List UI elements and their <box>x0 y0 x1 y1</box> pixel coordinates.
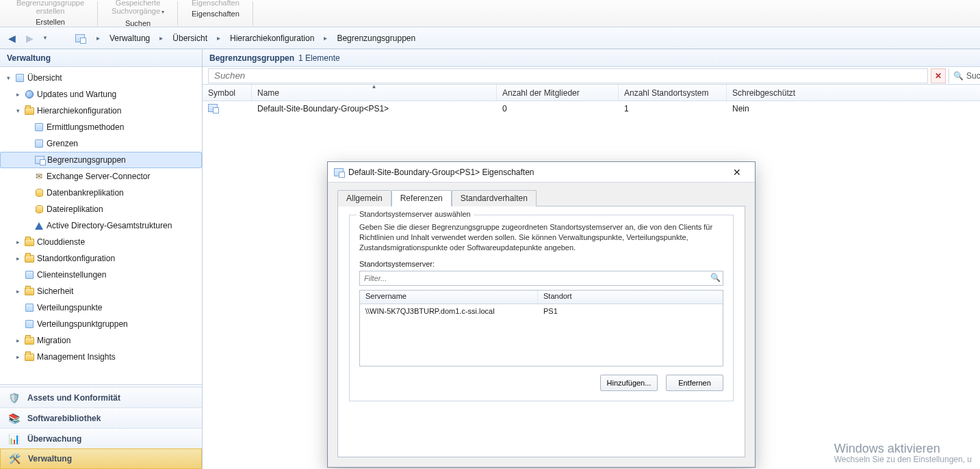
tree-label: Updates und Wartung <box>37 90 116 99</box>
ribbon-create-top: Begrenzungsgruppe erstellen <box>16 0 84 15</box>
chevron-right-icon: ▸ <box>214 34 223 42</box>
crumb-uebersicht[interactable]: Übersicht <box>168 31 211 46</box>
nav-forward-button[interactable]: ▶ <box>22 31 37 46</box>
navigation-pane: Verwaltung ▾Übersicht ▸Updates und Wartu… <box>0 49 203 469</box>
ribbon-group-properties[interactable]: Eigenschaften Eigenschaften <box>178 0 253 27</box>
nav-pane-title: Verwaltung <box>0 49 202 67</box>
col-symbol[interactable]: Symbol <box>203 85 252 100</box>
server-filter-input[interactable] <box>359 271 723 286</box>
tree-sicherheit[interactable]: ▸Sicherheit <box>0 283 202 299</box>
tree-label: Datenbankreplikation <box>47 188 124 198</box>
servers-label: Standortsystemserver: <box>359 260 723 268</box>
workspace-monitoring[interactable]: 📊Überwachung <box>0 428 202 448</box>
col-members[interactable]: Anzahl der Mitglieder <box>497 85 619 100</box>
nav-tree[interactable]: ▾Übersicht ▸Updates und Wartung ▾Hierarc… <box>0 67 202 384</box>
tree-label: Standortkonfiguration <box>37 254 115 263</box>
watermark-subtitle: Wechseln Sie zu den Einstellungen, u <box>834 454 972 465</box>
tree-verteilungspunkte[interactable]: Verteilungspunkte <box>0 299 202 316</box>
tree-standortkonfig[interactable]: ▸Standortkonfiguration <box>0 250 202 267</box>
sort-asc-icon: ▲ <box>372 83 377 90</box>
list-search-input[interactable] <box>208 68 928 83</box>
srv-col-server[interactable]: Servername <box>360 291 538 304</box>
workspace-administration[interactable]: 🛠️Verwaltung <box>0 448 202 469</box>
activation-watermark: Windows aktivieren Wechseln Sie zu den E… <box>834 443 972 465</box>
clear-search-button[interactable]: ✕ <box>931 68 946 83</box>
srv-col-site[interactable]: Standort <box>538 291 723 304</box>
col-name[interactable]: Name▲ <box>252 85 497 100</box>
ribbon-group-search[interactable]: Gespeicherte Suchvorgänge▾ Suchen <box>98 0 178 27</box>
ribbon-group-create[interactable]: Begrenzungsgruppe erstellen Erstellen <box>3 0 98 27</box>
nav-back-button[interactable]: ◀ <box>4 31 19 46</box>
tab-general[interactable]: Allgemein <box>337 190 391 206</box>
ws-label: Assets und Konformität <box>27 393 120 403</box>
tree-ermittlung[interactable]: Ermittlungsmethoden <box>0 119 202 135</box>
crumb-begrenzung[interactable]: Begrenzungsgruppen <box>333 31 420 46</box>
properties-dialog: Default-Site-Boundary-Group<PS1> Eigensc… <box>327 161 756 468</box>
ws-label: Überwachung <box>27 434 81 444</box>
tree-begrenzungsgruppen[interactable]: Begrenzungsgruppen <box>0 152 202 168</box>
list-row[interactable]: Default-Site-Boundary-Group<PS1> 0 1 Nei… <box>203 101 980 116</box>
ribbon-search-top: Gespeicherte Suchvorgänge▾ <box>112 0 164 16</box>
breadcrumb-root-icon[interactable] <box>70 31 90 46</box>
dialog-title: Default-Site-Boundary-Group<PS1> Eigensc… <box>348 168 719 177</box>
tree-label: Management Insights <box>37 352 116 362</box>
remove-server-button[interactable]: Entfernen <box>666 375 723 391</box>
tree-uebersicht[interactable]: ▾Übersicht <box>0 70 202 86</box>
tree-label: Begrenzungsgruppen <box>47 155 126 165</box>
list-columns-header: Symbol Name▲ Anzahl der Mitglieder Anzah… <box>203 85 980 101</box>
ribbon-prop-top: Eigenschaften <box>192 0 240 7</box>
col-readonly[interactable]: Schreibgeschützt <box>727 85 980 100</box>
list-heading-title: Begrenzungsgruppen <box>209 53 294 63</box>
servers-table-row[interactable]: \\WIN-5K7QJ3BTURP.dom1.c-ssi.local PS1 <box>360 304 723 318</box>
workspace-assets[interactable]: 🛡️Assets und Konformität <box>0 387 202 407</box>
dialog-icon <box>333 167 344 178</box>
search-button[interactable]: 🔍Suc <box>949 68 980 83</box>
tree-hierarchie[interactable]: ▾Hierarchiekonfiguration <box>0 103 202 119</box>
dialog-titlebar[interactable]: Default-Site-Boundary-Group<PS1> Eigensc… <box>328 162 755 183</box>
tree-verteilungspunktgruppen[interactable]: Verteilungspunktgruppen <box>0 316 202 332</box>
tab-page-references: Standortsystemserver auswählen Geben Sie… <box>337 206 745 457</box>
search-icon: 🔍 <box>710 273 721 282</box>
tree-clouddienste[interactable]: ▸Clouddienste <box>0 234 202 250</box>
ribbon-search-bottom: Suchen <box>125 19 151 27</box>
tree-grenzen[interactable]: Grenzen <box>0 135 202 152</box>
groupbox-description: Geben Sie die dieser Begrenzungsgruppe z… <box>359 222 723 253</box>
nav-history-dropdown[interactable]: ▼ <box>40 35 51 41</box>
tree-label: Verteilungspunktgruppen <box>37 319 128 329</box>
add-server-button[interactable]: Hinzufügen... <box>600 375 658 391</box>
chevron-right-icon: ▸ <box>94 34 103 42</box>
tab-references[interactable]: Referenzen <box>391 190 452 206</box>
watermark-title: Windows aktivieren <box>834 443 972 454</box>
tree-dbreplikation[interactable]: Datenbankreplikation <box>0 185 202 201</box>
col-sites[interactable]: Anzahl Standortsystem <box>619 85 727 100</box>
crumb-verwaltung[interactable]: Verwaltung <box>105 31 154 46</box>
ws-label: Verwaltung <box>28 454 72 464</box>
tree-exchange[interactable]: ✉Exchange Server-Connector <box>0 168 202 185</box>
srv-cell-site: PS1 <box>538 306 723 317</box>
list-heading-count: 1 Elemente <box>298 53 340 63</box>
cell-sites: 1 <box>619 104 727 113</box>
tab-default-behavior[interactable]: Standardverhalten <box>452 190 537 206</box>
servers-table[interactable]: Servername Standort \\WIN-5K7QJ3BTURP.do… <box>359 290 723 366</box>
chevron-right-icon: ▸ <box>157 34 166 42</box>
tree-management-insights[interactable]: ▸Management Insights <box>0 349 202 365</box>
ribbon: Begrenzungsgruppe erstellen Erstellen Ge… <box>0 0 980 27</box>
tree-label: Active Directory-Gesamtstrukturen <box>47 221 172 230</box>
crumb-hierarchie[interactable]: Hierarchiekonfiguration <box>226 31 318 46</box>
tree-filereplikation[interactable]: Dateireplikation <box>0 201 202 217</box>
tree-ad-forests[interactable]: Active Directory-Gesamtstrukturen <box>0 217 202 234</box>
tree-label: Clienteinstellungen <box>37 270 106 280</box>
list-search-row: ✕ 🔍Suc <box>203 67 980 85</box>
search-go-label: Suc <box>966 71 980 81</box>
search-icon: 🔍 <box>953 71 964 81</box>
breadcrumb-bar: ◀ ▶ ▼ ▸ Verwaltung ▸ Übersicht ▸ Hierarc… <box>0 27 980 49</box>
tree-updates[interactable]: ▸Updates und Wartung <box>0 86 202 103</box>
ribbon-create-bottom: Erstellen <box>36 18 65 26</box>
tree-label: Verteilungspunkte <box>37 303 102 312</box>
tree-label: Ermittlungsmethoden <box>47 122 124 132</box>
tree-clienteinstellungen[interactable]: Clienteinstellungen <box>0 267 202 283</box>
workspace-software[interactable]: 📚Softwarebibliothek <box>0 407 202 428</box>
dialog-close-button[interactable]: ✕ <box>723 165 751 180</box>
tree-migration[interactable]: ▸Migration <box>0 332 202 349</box>
tree-label: Clouddienste <box>37 237 85 247</box>
